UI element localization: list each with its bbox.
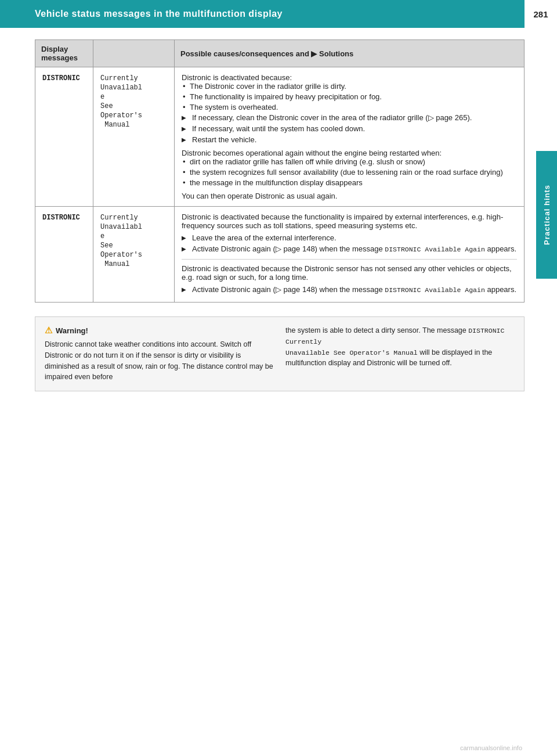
side-tab-label: Practical hints: [542, 185, 551, 245]
message-code-cell: CurrentlyUnavailableSeeOperator's Manual: [93, 67, 175, 207]
list-item: the message in the multifunction display…: [182, 178, 517, 187]
watermark: carmanualsonline.info: [460, 744, 522, 751]
arrow-item: Leave the area of the external interfere…: [182, 233, 517, 242]
causes-cell-2: Distronic is deactivated because the fun…: [175, 207, 525, 303]
causes-intro-2: Distronic is deactivated because the fun…: [182, 213, 517, 230]
operational-bullets: dirt on the radiator grille has fallen o…: [182, 157, 517, 187]
display-messages-table: Display messages Possible causes/consequ…: [35, 39, 525, 303]
arrow-item: Activate Distronic again (▷ page 148) wh…: [182, 244, 517, 253]
warning-right-before: the system is able to detect a dirty sen…: [285, 326, 468, 334]
page-title: Vehicle status messages in the multifunc…: [35, 9, 283, 19]
list-item: dirt on the radiator grille has fallen o…: [182, 157, 517, 166]
warning-right: the system is able to detect a dirty sen…: [285, 325, 515, 383]
arrow-item: Restart the vehicle.: [182, 135, 517, 144]
causes-intro-1: Distronic is deactivated because:: [182, 73, 517, 82]
table-row: DISTRONIC CurrentlyUnavailableSeeOperato…: [35, 67, 525, 207]
page-number: 281: [525, 0, 557, 28]
warning-label: Warning!: [56, 326, 88, 335]
warning-icon: ⚠: [45, 325, 52, 336]
list-item: The Distronic cover in the radiator gril…: [182, 82, 517, 91]
causes-cell-1: Distronic is deactivated because: The Di…: [175, 67, 525, 207]
display-code-text: DISTRONIC: [42, 74, 80, 82]
side-tab: Practical hints: [536, 151, 557, 279]
main-content: Display messages Possible causes/consequ…: [0, 28, 557, 403]
arrow-item: If necessary, clean the Distronic cover …: [182, 113, 517, 122]
bullets-list-1: The Distronic cover in the radiator gril…: [182, 82, 517, 111]
footer-text-1: You can then operate Distronic as usual …: [182, 192, 517, 200]
inline-code: DISTRONIC Available Again: [385, 286, 485, 294]
sub-section: Distronic is deactivated because the Dis…: [182, 259, 517, 294]
warning-section: ⚠ Warning! Distronic cannot take weather…: [35, 316, 525, 391]
arrow-item: Activate Distronic again (▷ page 148) wh…: [182, 285, 517, 294]
warning-right-text: the system is able to detect a dirty sen…: [285, 325, 515, 369]
sub-intro: Distronic is deactivated because the Dis…: [182, 264, 517, 282]
table-row: DISTRONIC CurrentlyUnavailableSeeOperato…: [35, 207, 525, 303]
warning-left-text: Distronic cannot take weather conditions…: [45, 339, 274, 383]
operational-intro: Distronic becomes operational again with…: [182, 149, 517, 157]
list-item: The functionality is impaired by heavy p…: [182, 92, 517, 101]
message-code-text-2: CurrentlyUnavailableSeeOperator's Manual: [100, 214, 142, 268]
message-code-cell-2: CurrentlyUnavailableSeeOperator's Manual: [93, 207, 175, 303]
display-code-cell: DISTRONIC: [35, 67, 93, 207]
warning-title: ⚠ Warning!: [45, 325, 274, 336]
header-bar: Vehicle status messages in the multifunc…: [0, 0, 557, 28]
display-code-cell-2: DISTRONIC: [35, 207, 93, 303]
list-item: the system recognizes full sensor availa…: [182, 168, 517, 177]
inline-code: DISTRONIC Available Again: [385, 246, 485, 253]
col-header-causes: Possible causes/consequences and ▶ Solut…: [175, 40, 525, 67]
arrow-item: If necessary, wait until the system has …: [182, 124, 517, 133]
warning-left: ⚠ Warning! Distronic cannot take weather…: [45, 325, 274, 383]
col-header-message: [93, 40, 175, 67]
display-code-text-2: DISTRONIC: [42, 214, 80, 222]
col-header-display: Display messages: [35, 40, 93, 67]
message-code-text: CurrentlyUnavailableSeeOperator's Manual: [100, 74, 142, 129]
list-item: The system is overheated.: [182, 103, 517, 111]
